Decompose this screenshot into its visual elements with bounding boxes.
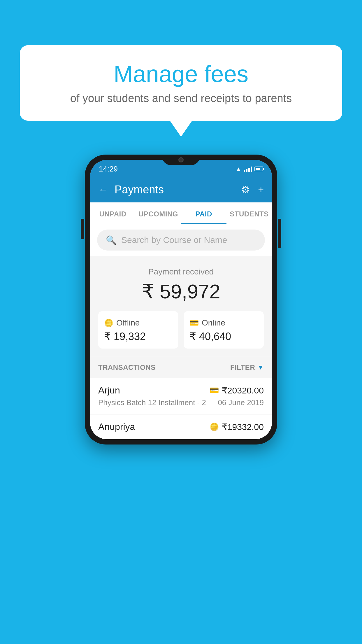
card-pay-icon: 💳 — [210, 386, 219, 395]
transaction-name: Anupriya — [98, 421, 135, 432]
table-row[interactable]: Arjun 💳 ₹20320.00 Physics Batch 12 Insta… — [90, 378, 272, 414]
speech-bubble-subtitle: of your students and send receipts to pa… — [37, 92, 325, 105]
phone-outer: 14:29 ▲ — [85, 155, 277, 444]
online-amount: ₹ 40,640 — [189, 330, 258, 343]
wifi-icon: ▲ — [236, 166, 241, 172]
add-button[interactable]: + — [258, 184, 264, 195]
tab-upcoming[interactable]: UPCOMING — [136, 202, 181, 224]
online-card: 💳 Online ₹ 40,640 — [184, 311, 264, 349]
gear-icon[interactable]: ⚙ — [241, 184, 250, 195]
offline-card-top: 🪙 Offline — [104, 318, 173, 328]
tab-students[interactable]: STUDENTS — [226, 202, 272, 224]
speech-bubble: Manage fees of your students and send re… — [20, 45, 342, 121]
speech-bubble-tail — [170, 121, 192, 137]
transaction-bottom: Physics Batch 12 Installment - 2 06 June… — [98, 398, 264, 407]
speech-bubble-container: Manage fees of your students and send re… — [20, 45, 342, 137]
transactions-header: TRANSACTIONS FILTER ▼ — [90, 357, 272, 378]
online-label: Online — [202, 318, 225, 328]
back-button[interactable]: ← — [98, 184, 108, 195]
filter-icon: ▼ — [257, 364, 264, 371]
tab-unpaid[interactable]: UNPAID — [90, 202, 136, 224]
transaction-amount-row: 💳 ₹20320.00 — [210, 385, 264, 396]
cash-pay-icon: 🪙 — [210, 422, 219, 431]
transaction-amount: ₹20320.00 — [222, 385, 264, 396]
table-row[interactable]: Anupriya 🪙 ₹19332.00 — [90, 414, 272, 439]
tabs-bar: UNPAID UPCOMING PAID STUDENTS — [90, 202, 272, 224]
camera — [178, 157, 184, 162]
transaction-course: Physics Batch 12 Installment - 2 — [98, 398, 206, 407]
phone-device: 14:29 ▲ — [85, 155, 277, 444]
page-title: Payments — [115, 183, 234, 196]
search-bar[interactable]: 🔍 Search by Course or Name — [97, 230, 265, 251]
payment-cards: 🪙 Offline ₹ 19,332 💳 Online ₹ 40,640 — [98, 311, 264, 349]
battery-icon — [254, 167, 263, 171]
offline-icon: 🪙 — [104, 318, 113, 328]
offline-label: Offline — [116, 318, 140, 328]
transaction-date: 06 June 2019 — [218, 398, 264, 407]
online-icon: 💳 — [189, 318, 199, 328]
search-icon: 🔍 — [106, 235, 117, 245]
phone-screen: 14:29 ▲ — [90, 160, 272, 439]
signal-icon — [244, 166, 252, 172]
transaction-amount: ₹19332.00 — [222, 422, 264, 432]
online-card-top: 💳 Online — [189, 318, 258, 328]
status-time: 14:29 — [99, 164, 118, 174]
app-header: ← Payments ⚙ + — [90, 177, 272, 202]
transaction-name: Arjun — [98, 385, 120, 396]
transactions-label: TRANSACTIONS — [98, 363, 156, 372]
payment-received-amount: ₹ 59,972 — [98, 280, 264, 303]
tab-paid[interactable]: PAID — [181, 202, 226, 224]
status-icons: ▲ — [236, 166, 263, 172]
filter-button[interactable]: FILTER ▼ — [230, 363, 264, 372]
payment-received-section: Payment received ₹ 59,972 🪙 Offline ₹ 19… — [90, 256, 272, 357]
transaction-amount-row: 🪙 ₹19332.00 — [210, 422, 264, 432]
phone-notch — [162, 155, 200, 165]
speech-bubble-title: Manage fees — [37, 61, 325, 87]
header-actions: ⚙ + — [241, 184, 264, 195]
search-container: 🔍 Search by Course or Name — [90, 224, 272, 256]
offline-amount: ₹ 19,332 — [104, 330, 173, 343]
payment-received-label: Payment received — [98, 267, 264, 276]
search-input[interactable]: Search by Course or Name — [121, 235, 227, 245]
transaction-top: Arjun 💳 ₹20320.00 — [98, 385, 264, 396]
filter-label: FILTER — [230, 363, 255, 372]
offline-card: 🪙 Offline ₹ 19,332 — [98, 311, 178, 349]
